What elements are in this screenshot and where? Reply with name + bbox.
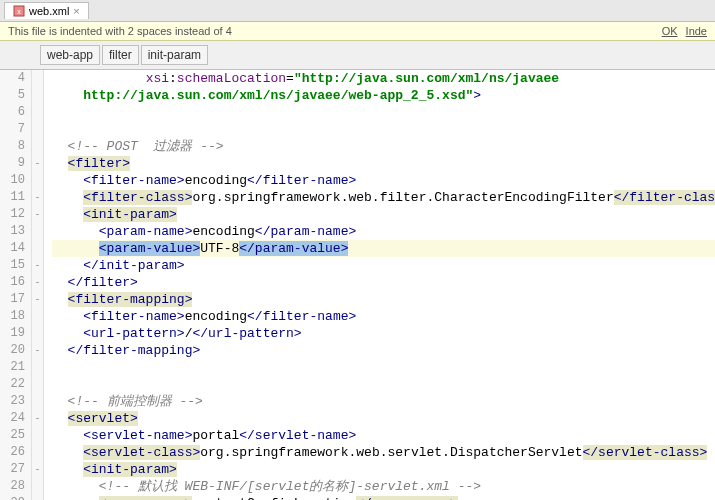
editor: 4567891011121314151617181920212223242526… <box>0 70 715 500</box>
crumb-2[interactable]: init-param <box>141 45 208 65</box>
notice-ok-link[interactable]: OK <box>662 25 678 37</box>
xml-file-icon: x <box>13 5 25 17</box>
svg-text:x: x <box>17 8 21 15</box>
crumb-1[interactable]: filter <box>102 45 139 65</box>
code-area[interactable]: xsi:schemaLocation="http://java.sun.com/… <box>44 70 715 500</box>
tab-filename: web.xml <box>29 5 69 17</box>
close-icon[interactable]: × <box>73 5 79 17</box>
fold-column: --------- <box>32 70 44 500</box>
indentation-notice: This file is indented with 2 spaces inst… <box>0 22 715 41</box>
line-numbers: 4567891011121314151617181920212223242526… <box>0 70 32 500</box>
tab-bar: x web.xml × <box>0 0 715 22</box>
crumb-0[interactable]: web-app <box>40 45 100 65</box>
notice-indent-link[interactable]: Inde <box>686 25 707 37</box>
file-tab[interactable]: x web.xml × <box>4 2 89 19</box>
notice-text: This file is indented with 2 spaces inst… <box>8 25 232 37</box>
breadcrumb: web-app filter init-param <box>0 41 715 70</box>
